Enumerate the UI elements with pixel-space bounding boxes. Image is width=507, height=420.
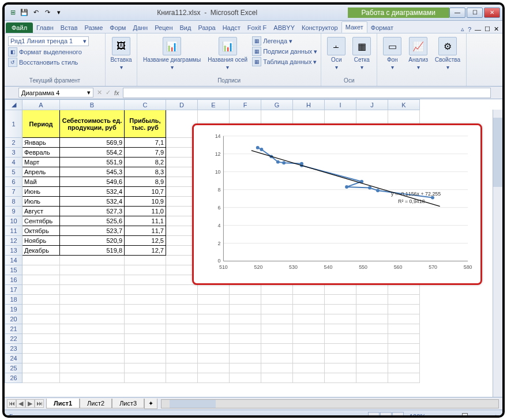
cell-cost[interactable]: 527,3 bbox=[60, 207, 125, 216]
tab-nav-last-icon[interactable]: ⏭ bbox=[35, 399, 44, 408]
cell-profit[interactable]: 7,9 bbox=[125, 148, 166, 158]
tab-data[interactable]: Данн bbox=[129, 22, 151, 33]
chart-title-button[interactable]: 📊 Название диаграммы▾ bbox=[141, 36, 203, 72]
cell-month[interactable]: Декабрь bbox=[22, 246, 60, 256]
col-header-a[interactable]: A bbox=[22, 100, 60, 110]
sheet-tab-3[interactable]: Лист3 bbox=[112, 399, 144, 408]
doc-restore-icon[interactable]: ☐ bbox=[485, 25, 490, 33]
row-header[interactable]: 18 bbox=[5, 295, 22, 305]
cell-profit[interactable]: 8,9 bbox=[125, 177, 166, 187]
row-header[interactable]: 15 bbox=[5, 265, 22, 275]
cell-cost[interactable]: 523,7 bbox=[60, 226, 125, 236]
cell-profit[interactable]: 10,9 bbox=[125, 197, 166, 207]
chart-element-picker[interactable]: Ряд1 Линия тренда 1▾ bbox=[8, 36, 89, 46]
cell-month[interactable]: Ноябрь bbox=[22, 236, 60, 246]
row-header[interactable]: 3 bbox=[5, 148, 22, 158]
row-header[interactable]: 25 bbox=[5, 363, 22, 373]
ribbon-minimize-icon[interactable]: ▵ bbox=[461, 25, 464, 33]
chart-object[interactable]: 02468101214510520530540550560570580y = -… bbox=[192, 123, 482, 285]
row-header[interactable]: 11 bbox=[5, 226, 22, 236]
cell-cost[interactable]: 554,2 bbox=[60, 148, 125, 158]
tab-chart-layout[interactable]: Макет bbox=[341, 21, 367, 33]
cell-cost[interactable]: 551,9 bbox=[60, 158, 125, 167]
cell-cost[interactable]: 525,6 bbox=[60, 216, 125, 226]
cell-month[interactable]: Май bbox=[22, 177, 60, 187]
cell-profit[interactable]: 12,7 bbox=[125, 246, 166, 256]
fx-icon[interactable]: fx bbox=[114, 89, 119, 96]
col-header-f[interactable]: F bbox=[230, 100, 261, 110]
sheet-tab-2[interactable]: Лист2 bbox=[80, 399, 112, 408]
row-header[interactable]: 13 bbox=[5, 246, 22, 256]
cell-month[interactable]: Январь bbox=[22, 138, 60, 148]
data-table-button[interactable]: ▦Таблица данных ▾ bbox=[252, 57, 317, 67]
row-header[interactable]: 20 bbox=[5, 314, 22, 324]
header-cell-cost[interactable]: Себестоимость ед. продукции, руб bbox=[60, 110, 125, 138]
cell-cost[interactable]: 569,9 bbox=[60, 138, 125, 148]
vertical-scrollbar[interactable] bbox=[493, 110, 502, 397]
row-header[interactable]: 9 bbox=[5, 207, 22, 216]
row-header[interactable]: 10 bbox=[5, 216, 22, 226]
cell-profit[interactable]: 10,7 bbox=[125, 187, 166, 197]
tab-file[interactable]: Файл bbox=[6, 22, 33, 33]
cell-profit[interactable]: 11,7 bbox=[125, 226, 166, 236]
save-icon[interactable]: 💾 bbox=[20, 8, 29, 17]
col-header-i[interactable]: I bbox=[325, 100, 356, 110]
tab-nav-prev-icon[interactable]: ◀ bbox=[16, 399, 25, 408]
tab-abbyy[interactable]: ABBYY bbox=[270, 22, 298, 33]
tab-developer[interactable]: Разра bbox=[194, 22, 219, 33]
row-header[interactable]: 21 bbox=[5, 324, 22, 334]
cell-month[interactable]: Август bbox=[22, 207, 60, 216]
gridlines-button[interactable]: ▦Сетка▾ bbox=[350, 36, 373, 72]
cell-cost[interactable]: 532,4 bbox=[60, 197, 125, 207]
axis-titles-button[interactable]: 📊 Названия осей▾ bbox=[205, 36, 250, 72]
background-button[interactable]: ▭Фон▾ bbox=[381, 36, 404, 72]
cell-profit[interactable]: 7,1 bbox=[125, 138, 166, 148]
legend-button[interactable]: ▦Легенда ▾ bbox=[252, 36, 317, 46]
zoom-level[interactable]: 100% bbox=[410, 413, 426, 418]
tab-insert[interactable]: Встав bbox=[57, 22, 81, 33]
header-cell-profit[interactable]: Прибыль, тыс. руб bbox=[125, 110, 166, 138]
close-button[interactable]: ✕ bbox=[484, 7, 500, 18]
tab-home[interactable]: Главн bbox=[33, 22, 57, 33]
row-header[interactable]: 7 bbox=[5, 187, 22, 197]
header-cell-period[interactable]: Период bbox=[22, 110, 60, 138]
axes-button[interactable]: ⫠Оси▾ bbox=[325, 36, 348, 72]
row-header[interactable]: 23 bbox=[5, 344, 22, 354]
tab-formulas[interactable]: Форм bbox=[106, 22, 129, 33]
tab-chart-design[interactable]: Конструктор bbox=[298, 22, 341, 33]
row-header[interactable]: 2 bbox=[5, 138, 22, 148]
cell-profit[interactable]: 12,5 bbox=[125, 236, 166, 246]
tab-nav-next-icon[interactable]: ▶ bbox=[25, 399, 35, 408]
row-header[interactable]: 19 bbox=[5, 305, 22, 314]
tab-layout[interactable]: Разме bbox=[81, 22, 107, 33]
cell-profit[interactable]: 11,1 bbox=[125, 216, 166, 226]
cell-month[interactable]: Сентябрь bbox=[22, 216, 60, 226]
tab-view[interactable]: Вид bbox=[176, 22, 195, 33]
col-header-d[interactable]: D bbox=[166, 100, 198, 110]
cell-month[interactable]: Июль bbox=[22, 197, 60, 207]
cell-month[interactable]: Апрель bbox=[22, 167, 60, 177]
name-box[interactable]: Диаграмма 4▾ bbox=[18, 88, 93, 97]
row-header[interactable]: 6 bbox=[5, 177, 22, 187]
qat-more-icon[interactable]: ▾ bbox=[54, 8, 63, 17]
row-header[interactable]: 8 bbox=[5, 197, 22, 207]
cell-month[interactable]: Октябрь bbox=[22, 226, 60, 236]
cell-month[interactable]: Июнь bbox=[22, 187, 60, 197]
cell-profit[interactable]: 8,2 bbox=[125, 158, 166, 167]
properties-button[interactable]: ⚙Свойства▾ bbox=[433, 36, 463, 72]
view-page-layout-button[interactable] bbox=[380, 412, 392, 418]
tab-chart-format[interactable]: Формат bbox=[367, 22, 397, 33]
zoom-out-button[interactable]: − bbox=[428, 413, 431, 418]
cell-cost[interactable]: 549,6 bbox=[60, 177, 125, 187]
col-header-e[interactable]: E bbox=[198, 100, 230, 110]
data-labels-button[interactable]: ▦Подписи данных ▾ bbox=[252, 46, 317, 57]
cell-month[interactable]: Март bbox=[22, 158, 60, 167]
col-header-h[interactable]: H bbox=[293, 100, 325, 110]
tab-nav-first-icon[interactable]: ⏮ bbox=[7, 399, 16, 408]
cell-cost[interactable]: 532,4 bbox=[60, 187, 125, 197]
tab-addins[interactable]: Надст bbox=[219, 22, 244, 33]
cell-profit[interactable]: 11,0 bbox=[125, 207, 166, 216]
format-selection-button[interactable]: ◧Формат выделенного bbox=[8, 47, 102, 57]
cell-cost[interactable]: 545,3 bbox=[60, 167, 125, 177]
row-header[interactable]: 5 bbox=[5, 167, 22, 177]
